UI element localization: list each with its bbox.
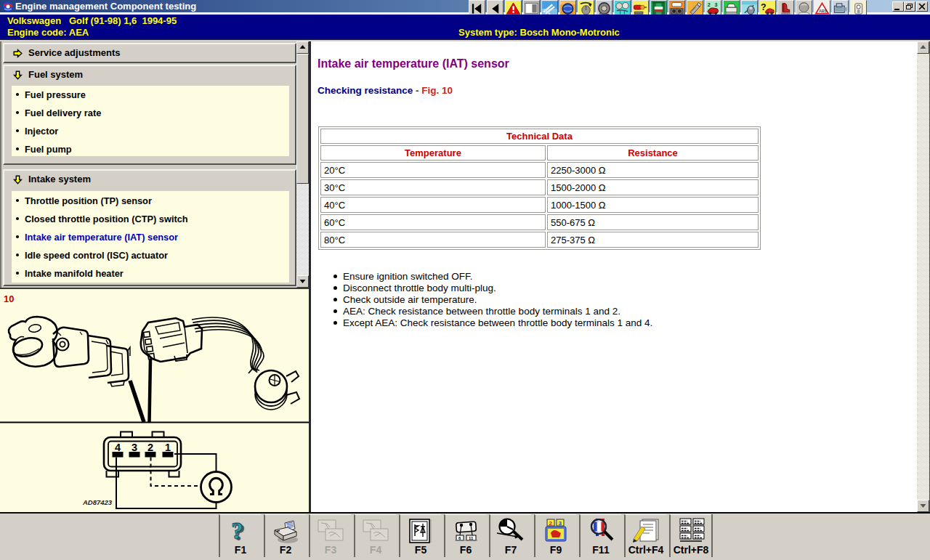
svg-text:?: ? [231,517,243,544]
svg-text:2: 2 [549,520,553,527]
svg-text:ABS: ABS [819,9,828,13]
svg-text:2: 2 [147,442,153,453]
svg-text:3: 3 [132,442,137,453]
svg-text:4: 4 [115,442,121,453]
svg-text:2: 2 [708,2,711,8]
svg-text:AD87423: AD87423 [82,498,113,506]
svg-text:11: 11 [469,536,474,540]
svg-text:1: 1 [165,442,171,453]
svg-text:3: 3 [559,520,562,527]
svg-text:3: 3 [714,2,717,8]
svg-text:?: ? [761,2,767,12]
